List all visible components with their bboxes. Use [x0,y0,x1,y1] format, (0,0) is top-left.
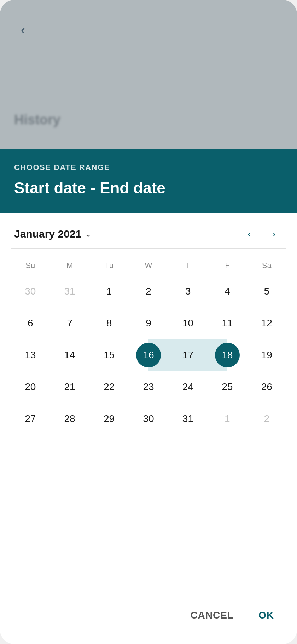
calendar-day[interactable]: 26 [247,371,286,403]
calendar-day[interactable]: 9 [129,307,168,339]
calendar-day[interactable]: 19 [247,339,286,371]
date-range-header: CHOOSE DATE RANGE Start date - End date [0,149,297,213]
calendar-day[interactable]: 24 [168,371,208,403]
calendar-day[interactable]: 31 [50,275,89,307]
calendar-day[interactable]: 4 [208,275,247,307]
calendar-day[interactable]: 3 [168,275,208,307]
calendar-day[interactable]: 16 [129,339,168,371]
calendar-day[interactable]: 21 [50,371,89,403]
calendar-day[interactable]: 12 [247,307,286,339]
cancel-button[interactable]: CANCEL [181,604,243,626]
calendar-day[interactable]: 8 [89,307,129,339]
day-header-w: W [129,257,168,274]
footer-buttons: CANCEL OK [11,594,286,633]
calendar-day[interactable]: 30 [129,403,168,435]
back-button[interactable]: ‹ [14,21,32,39]
calendar-day[interactable]: 14 [50,339,89,371]
calendar-day[interactable]: 30 [11,275,50,307]
calendar-day[interactable]: 1 [208,403,247,435]
calendar-day[interactable]: 13 [11,339,50,371]
calendar-day[interactable]: 23 [129,371,168,403]
day-headers-row: SuMTuWTFSa [11,257,286,274]
calendar-day[interactable]: 15 [89,339,129,371]
calendar-day[interactable]: 17 [168,339,208,371]
day-header-sa: Sa [247,257,286,274]
calendar-day[interactable]: 27 [11,403,50,435]
calendar-day[interactable]: 20 [11,371,50,403]
day-header-f: F [208,257,247,274]
calendar-day[interactable]: 11 [208,307,247,339]
choose-date-range-label: CHOOSE DATE RANGE [14,163,283,172]
calendar-day[interactable]: 10 [168,307,208,339]
next-month-button[interactable]: › [265,225,283,243]
nav-arrows: ‹ › [240,225,283,243]
calendar-day[interactable]: 28 [50,403,89,435]
ok-button[interactable]: OK [250,604,283,626]
calendar-grid: 3031123456789101112131415161718192021222… [11,275,286,435]
calendar-day[interactable]: 6 [11,307,50,339]
calendar-day[interactable]: 18 [208,339,247,371]
top-background-area: ‹ History [0,0,297,149]
prev-month-button[interactable]: ‹ [240,225,258,243]
day-header-m: M [50,257,89,274]
day-header-t: T [168,257,208,274]
chevron-down-icon: ⌄ [85,230,91,239]
calendar-day[interactable]: 31 [168,403,208,435]
month-year-dropdown-button[interactable]: January 2021 ⌄ [14,228,240,240]
calendar-day[interactable]: 22 [89,371,129,403]
calendar-day[interactable]: 29 [89,403,129,435]
calendar-day[interactable]: 7 [50,307,89,339]
calendar-day[interactable]: 25 [208,371,247,403]
calendar-day[interactable]: 5 [247,275,286,307]
calendar-day[interactable]: 2 [129,275,168,307]
calendar-day[interactable]: 2 [247,403,286,435]
blurred-page-title: History [14,112,60,127]
back-chevron-icon: ‹ [21,23,25,38]
day-header-tu: Tu [89,257,129,274]
month-year-text: January 2021 [14,228,81,240]
calendar-nav: January 2021 ⌄ ‹ › [11,213,286,249]
calendar-area: January 2021 ⌄ ‹ › SuMTuWTFSa 3031123456… [0,213,297,644]
selected-date-range-display: Start date - End date [14,179,283,197]
calendar-day[interactable]: 1 [89,275,129,307]
day-header-su: Su [11,257,50,274]
